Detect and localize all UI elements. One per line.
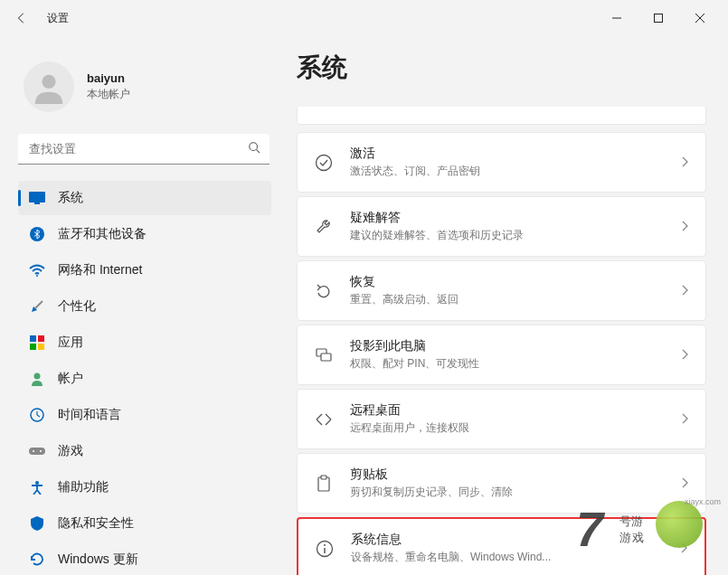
- clock-icon: [29, 407, 45, 423]
- main-panel: 系统 激活激活状态、订阅、产品密钥 疑难解答建议的疑难解答、首选项和历史记录 恢…: [280, 36, 728, 575]
- chevron-right-icon: [682, 411, 689, 428]
- card-title: 系统信息: [351, 532, 665, 548]
- check-circle-icon: [314, 154, 334, 172]
- card-partial[interactable]: [297, 107, 706, 125]
- card-remote[interactable]: 远程桌面远程桌面用户，连接权限: [297, 389, 706, 449]
- sidebar-item-privacy[interactable]: 隐私和安全性: [18, 506, 271, 541]
- card-sub: 重置、高级启动、返回: [350, 292, 666, 307]
- gamepad-icon: [29, 443, 45, 459]
- system-icon: [29, 190, 45, 206]
- chevron-right-icon: [682, 155, 689, 171]
- svg-point-5: [250, 143, 258, 151]
- shield-icon: [29, 515, 45, 532]
- chevron-right-icon: [682, 347, 689, 363]
- card-clipboard[interactable]: 剪贴板剪切和复制历史记录、同步、清除: [297, 453, 706, 514]
- titlebar: 设置: [0, 0, 728, 36]
- svg-point-10: [36, 275, 38, 277]
- sidebar-item-update[interactable]: Windows 更新: [18, 542, 271, 575]
- svg-rect-13: [38, 335, 44, 342]
- nav-label: 个性化: [58, 298, 96, 315]
- maximize-button[interactable]: [638, 4, 679, 33]
- card-troubleshoot[interactable]: 疑难解答建议的疑难解答、首选项和历史记录: [297, 196, 706, 257]
- nav-label: 应用: [58, 335, 83, 351]
- svg-point-16: [34, 373, 41, 380]
- recovery-icon: [314, 282, 334, 300]
- sidebar-item-system[interactable]: 系统: [18, 181, 271, 215]
- close-button[interactable]: [679, 4, 721, 33]
- search-icon: [248, 141, 260, 157]
- nav-label: 游戏: [58, 443, 83, 459]
- card-sub: 建议的疑难解答、首选项和历史记录: [350, 228, 666, 243]
- minimize-button[interactable]: [596, 4, 638, 33]
- clipboard-icon: [314, 475, 334, 493]
- card-title: 剪贴板: [350, 467, 666, 483]
- wrench-icon: [314, 218, 334, 236]
- nav-label: 蓝牙和其他设备: [58, 226, 147, 242]
- nav-list: 系统 蓝牙和其他设备 网络和 Internet 个性化 应用 帐户: [18, 181, 271, 575]
- project-icon: [314, 347, 334, 363]
- chevron-right-icon: [681, 541, 688, 557]
- window-controls: [596, 4, 721, 33]
- card-title: 投影到此电脑: [350, 338, 666, 354]
- page-title: 系统: [297, 51, 706, 85]
- user-type: 本地帐户: [87, 87, 130, 102]
- svg-line-19: [37, 415, 40, 417]
- update-icon: [29, 551, 45, 568]
- card-title: 激活: [350, 146, 666, 162]
- svg-point-30: [324, 544, 326, 546]
- search-input[interactable]: [18, 134, 269, 165]
- svg-rect-26: [321, 353, 331, 361]
- sidebar-item-bluetooth[interactable]: 蓝牙和其他设备: [18, 217, 271, 251]
- svg-point-24: [317, 155, 332, 170]
- card-recovery[interactable]: 恢复重置、高级启动、返回: [297, 260, 706, 321]
- svg-rect-15: [38, 344, 44, 350]
- avatar: [24, 61, 74, 112]
- nav-label: 时间和语言: [58, 407, 121, 423]
- card-title: 恢复: [350, 274, 666, 290]
- card-sub: 远程桌面用户，连接权限: [350, 420, 666, 436]
- card-sub: 激活状态、订阅、产品密钥: [350, 164, 666, 179]
- nav-label: 系统: [58, 190, 83, 206]
- card-title: 远程桌面: [350, 402, 666, 419]
- sidebar-item-accounts[interactable]: 帐户: [18, 362, 271, 396]
- sidebar-item-gaming[interactable]: 游戏: [18, 434, 271, 468]
- card-sub: 设备规格、重命名电脑、Windows Wind...: [351, 550, 665, 565]
- card-title: 疑难解答: [350, 210, 666, 226]
- chevron-right-icon: [682, 283, 689, 299]
- card-activation[interactable]: 激活激活状态、订阅、产品密钥: [297, 132, 706, 193]
- sidebar-item-personalize[interactable]: 个性化: [18, 289, 271, 324]
- svg-rect-12: [30, 335, 36, 342]
- bluetooth-icon: [29, 226, 45, 242]
- card-project[interactable]: 投影到此电脑权限、配对 PIN、可发现性: [297, 325, 706, 385]
- nav-label: 辅助功能: [58, 479, 109, 495]
- svg-rect-28: [321, 476, 326, 479]
- brush-icon: [29, 298, 45, 315]
- svg-rect-1: [655, 14, 663, 23]
- chevron-right-icon: [682, 476, 689, 492]
- svg-rect-14: [30, 344, 36, 350]
- nav-label: Windows 更新: [58, 551, 138, 568]
- card-sub: 权限、配对 PIN、可发现性: [350, 356, 666, 372]
- sidebar-item-time[interactable]: 时间和语言: [18, 398, 271, 432]
- card-about[interactable]: 系统信息设备规格、重命名电脑、Windows Wind...: [297, 517, 706, 575]
- svg-rect-8: [34, 203, 40, 204]
- info-icon: [315, 540, 335, 558]
- svg-point-21: [33, 450, 34, 452]
- sidebar-item-apps[interactable]: 应用: [18, 325, 271, 360]
- card-sub: 剪切和复制历史记录、同步、清除: [350, 485, 666, 500]
- back-button[interactable]: [7, 4, 36, 33]
- user-name: baiyun: [87, 71, 130, 85]
- svg-rect-7: [29, 192, 45, 203]
- nav-label: 隐私和安全性: [58, 515, 134, 532]
- svg-rect-20: [29, 448, 45, 455]
- svg-line-11: [35, 301, 43, 308]
- user-account[interactable]: baiyun 本地帐户: [24, 61, 271, 112]
- svg-point-23: [35, 481, 39, 485]
- sidebar-item-network[interactable]: 网络和 Internet: [18, 253, 271, 288]
- svg-point-22: [40, 450, 42, 452]
- sidebar-item-accessibility[interactable]: 辅助功能: [18, 470, 271, 504]
- svg-point-4: [42, 75, 55, 89]
- person-icon: [29, 371, 45, 387]
- accessibility-icon: [29, 479, 45, 495]
- window-title: 设置: [47, 11, 69, 26]
